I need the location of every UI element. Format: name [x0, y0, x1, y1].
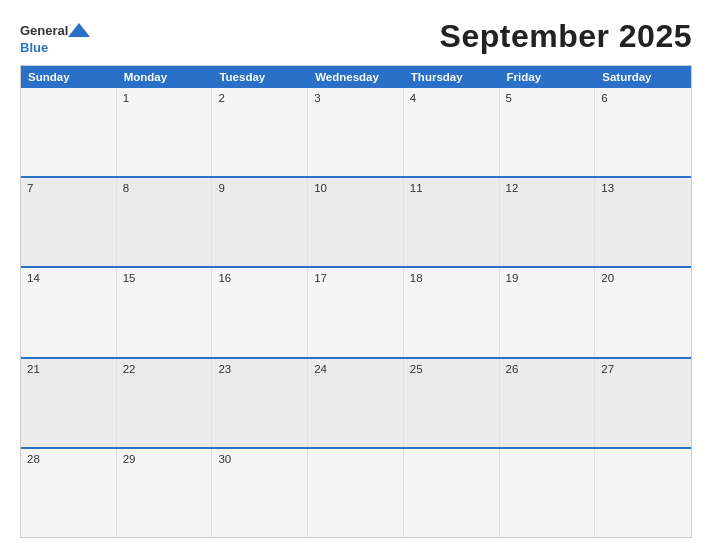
day-number: 8 — [123, 182, 206, 194]
day-cell-22: 22 — [117, 359, 213, 447]
day-cell-21: 21 — [21, 359, 117, 447]
day-cell-18: 18 — [404, 268, 500, 356]
calendar-body: 1 2 3 4 5 6 7 8 9 10 11 12 13 14 15 16 — [21, 88, 691, 537]
day-number: 5 — [506, 92, 589, 104]
day-cell-29: 29 — [117, 449, 213, 537]
day-cell-28: 28 — [21, 449, 117, 537]
day-cell-14: 14 — [21, 268, 117, 356]
header-friday: Friday — [500, 66, 596, 88]
day-cell-8: 8 — [117, 178, 213, 266]
day-cell-empty — [404, 449, 500, 537]
day-number: 11 — [410, 182, 493, 194]
logo-icon — [68, 19, 90, 41]
day-cell-12: 12 — [500, 178, 596, 266]
day-number: 14 — [27, 272, 110, 284]
day-number: 3 — [314, 92, 397, 104]
logo: General Blue — [20, 19, 90, 54]
day-cell-1: 1 — [117, 88, 213, 176]
calendar-page: General Blue September 2025 Sunday Monda… — [0, 0, 712, 550]
day-number: 10 — [314, 182, 397, 194]
week-row-3: 14 15 16 17 18 19 20 — [21, 266, 691, 356]
day-cell-19: 19 — [500, 268, 596, 356]
month-title: September 2025 — [440, 18, 692, 55]
day-number: 16 — [218, 272, 301, 284]
day-cell-empty — [308, 449, 404, 537]
logo-blue-text: Blue — [20, 41, 48, 54]
day-number: 23 — [218, 363, 301, 375]
header-wednesday: Wednesday — [308, 66, 404, 88]
day-cell-27: 27 — [595, 359, 691, 447]
day-number: 22 — [123, 363, 206, 375]
day-cell-13: 13 — [595, 178, 691, 266]
day-cell-2: 2 — [212, 88, 308, 176]
header-sunday: Sunday — [21, 66, 117, 88]
day-number: 7 — [27, 182, 110, 194]
day-number: 4 — [410, 92, 493, 104]
day-cell-16: 16 — [212, 268, 308, 356]
day-number: 19 — [506, 272, 589, 284]
day-cell-17: 17 — [308, 268, 404, 356]
week-row-5: 28 29 30 — [21, 447, 691, 537]
day-headers: Sunday Monday Tuesday Wednesday Thursday… — [21, 66, 691, 88]
day-number: 25 — [410, 363, 493, 375]
day-number: 13 — [601, 182, 685, 194]
header-saturday: Saturday — [595, 66, 691, 88]
week-row-1: 1 2 3 4 5 6 — [21, 88, 691, 176]
day-number: 24 — [314, 363, 397, 375]
day-cell-empty — [500, 449, 596, 537]
day-cell-6: 6 — [595, 88, 691, 176]
day-number: 26 — [506, 363, 589, 375]
day-number: 9 — [218, 182, 301, 194]
header: General Blue September 2025 — [20, 18, 692, 55]
day-cell-7: 7 — [21, 178, 117, 266]
day-cell-4: 4 — [404, 88, 500, 176]
day-number: 15 — [123, 272, 206, 284]
day-number: 12 — [506, 182, 589, 194]
day-number: 2 — [218, 92, 301, 104]
day-number: 20 — [601, 272, 685, 284]
logo-left: General Blue — [20, 19, 90, 54]
day-cell-20: 20 — [595, 268, 691, 356]
day-cell-empty — [21, 88, 117, 176]
day-cell-5: 5 — [500, 88, 596, 176]
header-monday: Monday — [117, 66, 213, 88]
day-number: 28 — [27, 453, 110, 465]
day-number: 1 — [123, 92, 206, 104]
day-number: 21 — [27, 363, 110, 375]
day-cell-empty — [595, 449, 691, 537]
day-cell-30: 30 — [212, 449, 308, 537]
day-number: 29 — [123, 453, 206, 465]
day-number: 17 — [314, 272, 397, 284]
day-cell-9: 9 — [212, 178, 308, 266]
day-number: 30 — [218, 453, 301, 465]
day-number: 18 — [410, 272, 493, 284]
day-number: 27 — [601, 363, 685, 375]
day-cell-24: 24 — [308, 359, 404, 447]
day-cell-10: 10 — [308, 178, 404, 266]
week-row-4: 21 22 23 24 25 26 27 — [21, 357, 691, 447]
day-number: 6 — [601, 92, 685, 104]
header-tuesday: Tuesday — [212, 66, 308, 88]
header-thursday: Thursday — [404, 66, 500, 88]
calendar: Sunday Monday Tuesday Wednesday Thursday… — [20, 65, 692, 538]
day-cell-11: 11 — [404, 178, 500, 266]
day-cell-15: 15 — [117, 268, 213, 356]
logo-general-text: General — [20, 24, 68, 37]
day-cell-25: 25 — [404, 359, 500, 447]
week-row-2: 7 8 9 10 11 12 13 — [21, 176, 691, 266]
day-cell-26: 26 — [500, 359, 596, 447]
day-cell-23: 23 — [212, 359, 308, 447]
logo-row: General — [20, 19, 90, 41]
day-cell-3: 3 — [308, 88, 404, 176]
svg-marker-0 — [68, 23, 90, 37]
